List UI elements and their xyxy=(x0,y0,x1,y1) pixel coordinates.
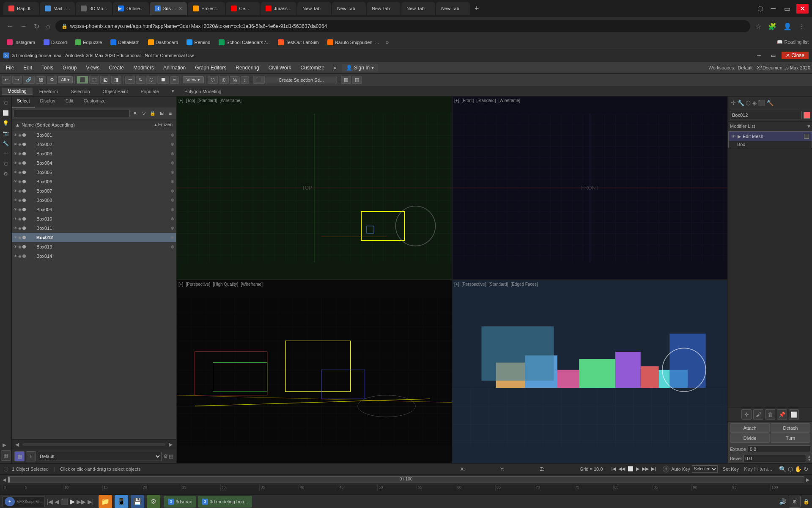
side-icon-7[interactable]: ⬡ xyxy=(1,159,11,168)
layers-icon[interactable]: ▦ xyxy=(14,451,25,461)
move-tool[interactable]: ✛ xyxy=(741,409,752,420)
maximize-button[interactable]: ▭ xyxy=(782,5,793,13)
detach-button[interactable]: Detach xyxy=(771,423,810,433)
lock-icon[interactable]: 🔒 xyxy=(149,110,156,117)
tab-3ds-active[interactable]: 3 3ds ... × xyxy=(150,2,187,15)
tab-new-4[interactable]: New Tab xyxy=(401,2,435,15)
close-button[interactable]: ✕ xyxy=(796,4,809,14)
scroll-left-button[interactable]: ◀ xyxy=(12,442,22,447)
hierarchy-icon[interactable]: ⬡ xyxy=(746,99,751,106)
bookmark-instagram[interactable]: Instagram xyxy=(3,39,38,46)
scene-tab-customize[interactable]: Customize xyxy=(79,97,111,108)
viewport-perspective-color[interactable]: [+] [Perspective] [Standard] [Edged Face… xyxy=(453,280,727,463)
snaps-button[interactable]: ⬡ xyxy=(208,76,218,84)
pan-icon[interactable]: ✋ xyxy=(795,466,802,472)
tab-rapidl[interactable]: Rapidl... xyxy=(3,2,39,15)
bookmark-testout[interactable]: TestOut LabSim xyxy=(274,39,322,46)
rotate-button[interactable]: ↻ xyxy=(136,76,145,84)
hierarchy-icon[interactable]: ⊞ xyxy=(158,110,165,117)
filter-icon[interactable]: ▽ xyxy=(140,110,148,117)
minimize-button[interactable]: ─ xyxy=(768,5,778,12)
time-next-btn[interactable]: ▶ xyxy=(806,477,809,483)
tab-mail[interactable]: Mail - ... xyxy=(40,2,75,15)
play-nav-start[interactable]: |◀ xyxy=(611,466,616,472)
time-prev-btn[interactable]: ◀ xyxy=(3,477,6,483)
list-item[interactable]: 👁 ◉ Box003 ❄ xyxy=(12,149,176,158)
bind-button[interactable]: ⚙ xyxy=(47,76,57,84)
bevel-input[interactable] xyxy=(743,455,806,462)
terminal-app-icon[interactable]: 📱 xyxy=(115,495,128,508)
max-close-button[interactable]: ✕ Close xyxy=(782,52,809,59)
bookmark-school-calendars[interactable]: School Calendars /... xyxy=(215,39,273,46)
menu-rendering[interactable]: Rendering xyxy=(231,64,263,72)
tab-new-3[interactable]: New Tab xyxy=(367,2,401,15)
play-next-frame-btn[interactable]: ▶▶ xyxy=(77,498,86,505)
scene-tab-display[interactable]: Display xyxy=(35,97,60,108)
bookmark-remind[interactable]: Remind xyxy=(183,39,214,46)
make-unique-tool[interactable]: ⬜ xyxy=(789,409,799,420)
layer-select[interactable]: Default xyxy=(38,452,162,461)
list-item[interactable]: 👁 ◉ Box009 ❄ xyxy=(12,205,176,214)
play-end-btn[interactable]: ▶| xyxy=(88,498,94,505)
play-nav-play[interactable]: ▶ xyxy=(636,466,639,472)
layer-expand-icon[interactable]: ▤ xyxy=(169,453,173,459)
scene-tab-select[interactable]: Select xyxy=(12,97,35,108)
menu-create[interactable]: Create xyxy=(104,64,128,72)
list-item[interactable]: 👁 ◉ Box014 xyxy=(12,251,176,261)
turn-button[interactable]: Turn xyxy=(771,433,810,443)
time-slider-bar[interactable]: 0 / 100 xyxy=(8,476,804,483)
select-paint-button[interactable]: ◨ xyxy=(111,76,121,84)
list-item[interactable]: 👁 ◉ Box011 ❄ xyxy=(12,224,176,233)
modifier-expand-icon[interactable]: ▶ xyxy=(738,134,741,139)
motion-icon[interactable]: ◈ xyxy=(752,99,757,106)
percent-snap-button[interactable]: % xyxy=(230,76,240,84)
bookmarks-more-icon[interactable]: » xyxy=(386,39,389,45)
select-region-button[interactable]: ⬚ xyxy=(89,76,99,84)
modifier-eye-icon[interactable]: 👁 xyxy=(731,134,736,139)
view-dropdown[interactable]: View ▾ xyxy=(183,76,204,83)
extensions-icon[interactable]: 🧩 xyxy=(766,21,778,32)
tab-new-2[interactable]: New Tab xyxy=(332,2,366,15)
tab-new-1[interactable]: New Tab xyxy=(297,2,331,15)
bookmark-icon[interactable]: ☆ xyxy=(754,21,763,32)
scale-button[interactable]: ⬡ xyxy=(146,76,156,84)
bookmark-deltamath[interactable]: DeltaMath xyxy=(107,39,143,46)
bookmark-edpuzzle[interactable]: Edpuzzle xyxy=(72,39,105,46)
spinner-snap-button[interactable]: ↕ xyxy=(241,76,249,84)
menu-file[interactable]: File xyxy=(2,64,18,72)
viewport-perspective-wire[interactable]: [+] [Perspective] [High Quality] [Wirefr… xyxy=(177,280,452,463)
list-item[interactable]: 👁 ◉ Box013 ❄ xyxy=(12,242,176,251)
play-play-btn[interactable]: ▶ xyxy=(70,497,75,505)
forward-button[interactable]: → xyxy=(19,21,29,32)
play-prev-frame-btn[interactable]: ◀ xyxy=(55,498,59,505)
tab-online[interactable]: ▶ Online... xyxy=(113,2,149,15)
extrude-input[interactable] xyxy=(748,445,810,453)
delete-modifier-tool[interactable]: 🗑 xyxy=(765,409,775,420)
scroll-right-button[interactable]: ▶ xyxy=(165,442,176,447)
tab-freeform[interactable]: Freeform xyxy=(33,88,64,95)
more-menu-icon[interactable]: ⋮ xyxy=(797,21,807,32)
max-restore-button[interactable]: ▭ xyxy=(767,52,780,59)
attach-button[interactable]: Attach xyxy=(730,423,770,433)
list-item[interactable]: 👁 ◉ Box004 ❄ xyxy=(12,158,176,168)
key-filter-dropdown[interactable]: Selected xyxy=(692,465,718,473)
menu-more[interactable]: » xyxy=(329,64,341,72)
play-stop-btn[interactable]: ⬛ xyxy=(61,498,68,505)
bookmark-naruto[interactable]: Naruto Shippuden -... xyxy=(324,39,383,46)
modifier-item-edit-mesh[interactable]: 👁 ▶ Edit Mesh xyxy=(729,132,812,141)
add-layer-icon[interactable]: + xyxy=(26,451,36,461)
3dsmax-task-btn[interactable]: 3 3dsmax xyxy=(164,496,196,508)
divide-button[interactable]: Divide xyxy=(730,433,770,443)
list-item[interactable]: 👁 ◉ Box007 ❄ xyxy=(12,186,176,196)
select-lasso-button[interactable]: ⬕ xyxy=(100,76,110,84)
list-item[interactable]: 👁 ◉ Box002 ❄ xyxy=(12,140,176,149)
list-item[interactable]: 👁 ◉ Box001 ❄ xyxy=(12,130,176,140)
side-icon-8[interactable]: ⚙ xyxy=(1,169,11,179)
menu-customize[interactable]: Customize xyxy=(296,64,329,72)
bookmark-discord[interactable]: Discord xyxy=(40,39,70,46)
zoom-icon[interactable]: 🔍 xyxy=(779,466,786,472)
bevel-down-button[interactable]: ▼ xyxy=(808,458,811,462)
utilities-icon[interactable]: 🔨 xyxy=(766,99,774,106)
tab-jurass[interactable]: Jurass... xyxy=(261,2,297,15)
profile-icon[interactable]: 👤 xyxy=(782,21,793,32)
